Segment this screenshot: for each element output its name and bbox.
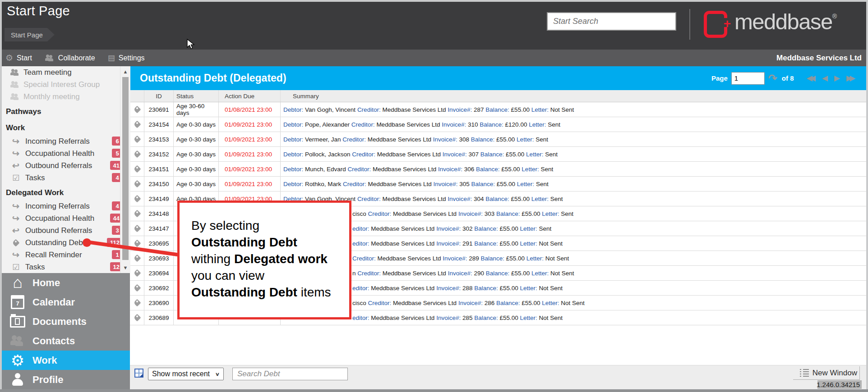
- column-status[interactable]: Status: [174, 90, 219, 102]
- table-row[interactable]: 234152Age 0-30 days01/09/2021 23:00Debto…: [130, 147, 868, 162]
- sidebar-item-label: Outbound Referrals: [25, 226, 92, 235]
- sidebar-section-delegated-work: Delegated Work: [0, 184, 130, 200]
- table-row[interactable]: 234153Age 0-30 days01/09/2021 23:00Debto…: [130, 132, 868, 147]
- sidebar-nav-contacts[interactable]: Contacts: [0, 331, 130, 351]
- sidebar-scrollbar[interactable]: ▲ ▼: [120, 66, 130, 273]
- summary-field-label: Invoice#:: [433, 181, 457, 187]
- search-debt-input[interactable]: [232, 368, 348, 380]
- recent-filter-select[interactable]: Show most recent ∨: [148, 368, 224, 380]
- scroll-down-icon[interactable]: ▼: [120, 263, 130, 272]
- summary-field-value: 302: [461, 225, 474, 232]
- summary-field-label: Creditor:: [348, 166, 371, 173]
- export-grid-icon[interactable]: [134, 369, 143, 378]
- summary-field-value: Sent: [559, 210, 574, 217]
- tag-icon: [133, 150, 141, 158]
- row-status: Age 0-30 days: [174, 147, 219, 161]
- sidebar-item-tasks[interactable]: Tasks4: [0, 172, 130, 184]
- tag-icon: [133, 255, 141, 262]
- go-to-page-icon[interactable]: ↷: [768, 73, 777, 84]
- meddbase-logo-icon: +: [704, 11, 727, 38]
- summary-field-label: Invoice#:: [436, 225, 461, 232]
- sidebar-item-team-meeting[interactable]: Team meeting: [0, 66, 130, 78]
- sidebar-nav-documents[interactable]: Documents: [0, 312, 130, 331]
- sidebar-item-special-interest-group[interactable]: Special Interest Group: [0, 78, 130, 91]
- sidebar-item-recall-reminder[interactable]: Recall Reminder1: [0, 249, 130, 261]
- sidebar-nav-profile[interactable]: Profile: [0, 370, 130, 389]
- row-id: 234149: [144, 191, 174, 206]
- table-row[interactable]: 230691Age 30-60 days01/08/2021 23:00Debt…: [130, 102, 868, 117]
- table-row[interactable]: 234150Age 0-30 days01/09/2021 23:00Debto…: [130, 177, 868, 191]
- sidebar-item-tasks[interactable]: Tasks12: [0, 261, 130, 273]
- column-id[interactable]: ID: [144, 90, 174, 102]
- sidebar-item-occupational-health[interactable]: Occupational Health44: [0, 212, 130, 224]
- sidebar-nav-calendar[interactable]: 7Calendar: [0, 292, 130, 312]
- sidebar-item-label: Outbound Referrals: [25, 161, 92, 170]
- previous-page-icon[interactable]: ◀: [822, 74, 828, 82]
- content-header: Outstanding Debt (Delegated) Page ↷ of 8…: [130, 66, 868, 90]
- sidebar-nav: Home7CalendarDocumentsContactsWorkProfil…: [0, 273, 130, 389]
- home-icon: [13, 275, 23, 290]
- next-page-icon[interactable]: ▶: [834, 74, 840, 82]
- menu-item-collaborate[interactable]: Collaborate: [45, 54, 95, 62]
- row-id: 230691: [144, 102, 174, 117]
- mouse-cursor: [187, 39, 197, 50]
- first-page-icon[interactable]: ◀◀: [807, 74, 816, 82]
- table-row[interactable]: 234151Age 0-30 days01/09/2021 23:00Debto…: [130, 162, 868, 177]
- sidebar-item-incoming-referrals[interactable]: Incoming Referrals6: [0, 135, 130, 147]
- summary-field-value: £55.00: [520, 210, 542, 217]
- last-page-icon[interactable]: ▶▶: [846, 74, 855, 82]
- summary-field-label: Letter:: [526, 255, 544, 262]
- sidebar-item-label: Occupational Health: [25, 214, 94, 223]
- row-tag-cell: [130, 281, 144, 295]
- menu-item-settings[interactable]: Settings: [108, 54, 145, 62]
- tasks-icon: [10, 263, 22, 271]
- version-badge: 1.246.0.34215: [817, 380, 862, 389]
- summary-field-label: Balance:: [471, 181, 495, 187]
- row-id: 230689: [144, 310, 174, 325]
- sidebar-nav-work[interactable]: Work: [0, 351, 130, 370]
- summary-field-value: Not Sent: [544, 255, 569, 262]
- nav-label: Work: [32, 355, 57, 366]
- sidebar-item-incoming-referrals[interactable]: Incoming Referrals4: [0, 200, 130, 212]
- summary-field-value: cisco: [352, 210, 368, 217]
- sidebar-item-monthly-meeting[interactable]: Monthly meeting: [0, 91, 130, 103]
- nav-label: Home: [32, 277, 60, 289]
- summary-field-value: 307: [467, 151, 480, 158]
- row-summary: cisco Creditor: Meddbase Services Ltd In…: [281, 296, 868, 310]
- sidebar-nav-home[interactable]: Home: [0, 273, 130, 292]
- row-summary: Creditor: Meddbase Services Ltd Invoice#…: [281, 251, 868, 265]
- menu-item-start[interactable]: Start: [5, 54, 32, 62]
- summary-field-value: 291: [461, 240, 474, 247]
- column-summary[interactable]: Summary: [281, 90, 868, 102]
- row-summary: Debtor: Munch, Edvard Creditor: Meddbase…: [281, 162, 868, 176]
- global-search-input[interactable]: [547, 12, 676, 31]
- summary-field-label: Invoice#:: [436, 285, 461, 292]
- row-summary: Debtor: Vermeer, Jan Creditor: Meddbase …: [281, 132, 868, 146]
- summary-field-label: Creditor:: [368, 210, 392, 217]
- column-action-due[interactable]: Action Due: [219, 90, 281, 102]
- scrollbar-thumb[interactable]: [122, 77, 129, 260]
- summary-field-value: Meddbase Services Ltd: [391, 300, 458, 306]
- summary-field-label: Creditor:: [357, 196, 381, 202]
- table-row[interactable]: 234154Age 0-30 days01/09/2021 23:00Debto…: [130, 117, 868, 132]
- sidebar-item-outbound-referrals[interactable]: Outbound Referrals41: [0, 160, 130, 172]
- summary-field-label: Invoice#:: [443, 255, 467, 262]
- row-tag-cell: [130, 296, 144, 310]
- scroll-up-icon[interactable]: ▲: [120, 67, 130, 76]
- summary-field-value: Meddbase Services Ltd: [371, 166, 438, 173]
- menu-item-label: Collaborate: [58, 54, 95, 62]
- tab-start-page[interactable]: Start Page: [5, 28, 55, 41]
- callout-line: Outstanding Debt: [191, 234, 349, 251]
- calendar-icon: 7: [11, 295, 24, 309]
- summary-field-label: Invoice#:: [436, 240, 461, 247]
- sidebar-item-label: Special Interest Group: [23, 80, 100, 89]
- tasks-icon: [10, 174, 22, 182]
- new-window-button[interactable]: New Window: [793, 366, 860, 380]
- page-number-input[interactable]: [731, 72, 765, 85]
- sidebar-item-outbound-referrals[interactable]: Outbound Referrals3: [0, 224, 130, 237]
- summary-field-value: £55.00: [504, 151, 526, 158]
- sidebar-item-occupational-health[interactable]: Occupational Health5: [0, 147, 130, 160]
- summary-field-value: 290: [472, 270, 486, 277]
- summary-field-label: Debtor:: [283, 151, 303, 158]
- row-status: Age 0-30 days: [174, 162, 219, 176]
